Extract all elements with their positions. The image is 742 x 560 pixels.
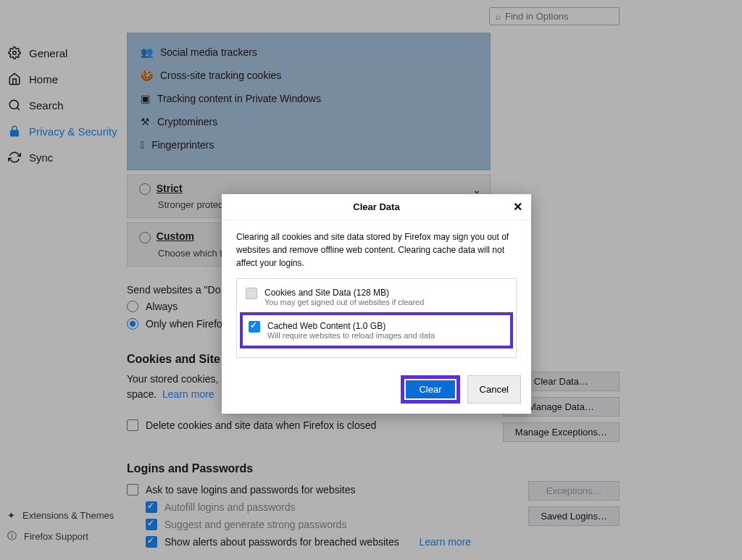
highlight-annotation-1: Cached Web Content (1.0 GB) Will require… — [240, 312, 513, 348]
close-icon[interactable]: ✕ — [513, 200, 522, 214]
cancel-button[interactable]: Cancel — [467, 375, 521, 404]
cached-option-checkbox[interactable] — [249, 321, 260, 333]
clear-data-dialog: Clear Data ✕ Clearing all cookies and si… — [222, 194, 531, 414]
cookies-option-sublabel: You may get signed out of websites if cl… — [264, 298, 424, 306]
cookies-option-checkbox[interactable] — [246, 288, 257, 299]
dialog-options-list: Cookies and Site Data (128 MB) You may g… — [236, 278, 517, 358]
dialog-description: Clearing all cookies and site data store… — [236, 230, 517, 269]
cached-option-sublabel: Will require websites to reload images a… — [267, 331, 435, 340]
option-cookies-data[interactable]: Cookies and Site Data (128 MB) You may g… — [244, 285, 509, 309]
highlight-annotation-2: Clear — [401, 375, 459, 404]
cookies-option-label: Cookies and Site Data (128 MB) — [264, 288, 424, 298]
option-cached-content[interactable]: Cached Web Content (1.0 GB) Will require… — [247, 318, 506, 343]
dialog-title-text: Clear Data — [353, 201, 399, 212]
clear-button[interactable]: Clear — [406, 380, 454, 398]
cached-option-label: Cached Web Content (1.0 GB) — [267, 321, 435, 331]
